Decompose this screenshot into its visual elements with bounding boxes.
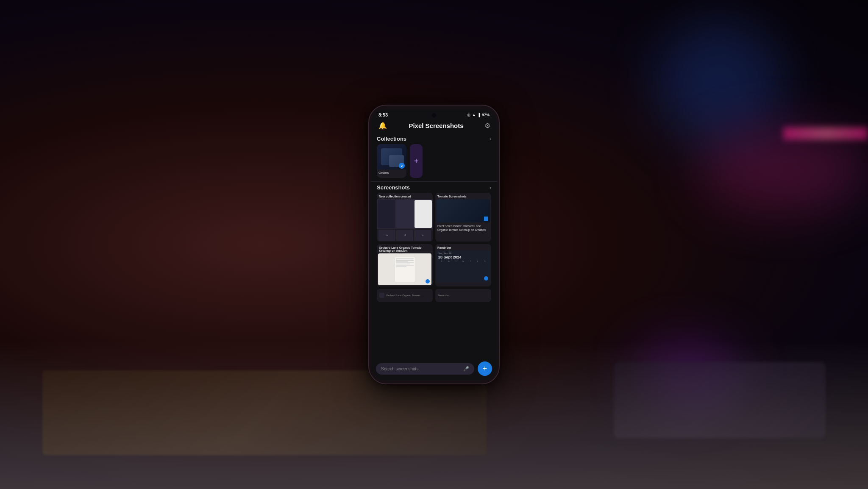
circle-icon: ◎ bbox=[467, 113, 470, 117]
reminder-date-small: Sat, Sep 28 bbox=[438, 252, 488, 255]
cal-t: T bbox=[453, 260, 459, 262]
doc-line-2 bbox=[396, 260, 414, 261]
key-for: for bbox=[378, 230, 395, 241]
card-header-reminder: Reminder bbox=[435, 244, 491, 250]
bg-decoration-pink bbox=[698, 127, 868, 212]
more-cards-row: Orchard Lane Organic Tomato... Reminder bbox=[371, 289, 497, 302]
mini-thumb-2 bbox=[396, 200, 413, 228]
volume-up-button bbox=[368, 167, 369, 186]
scroll-content[interactable]: Collections › 2 Orders bbox=[371, 133, 497, 380]
keyboard-mini: for of in bbox=[377, 229, 433, 242]
doc-line-3 bbox=[396, 261, 408, 262]
doc-line-7 bbox=[396, 266, 406, 267]
collections-row: 2 Orders + bbox=[371, 144, 497, 181]
nav-icon bbox=[379, 293, 384, 298]
card-header-new-collection: New collection created bbox=[377, 193, 433, 199]
screenshot-card-new-collection[interactable]: New collection created for of in bbox=[377, 193, 433, 242]
silent-button bbox=[368, 148, 369, 161]
phone: 8:53 ◎ ▲ ▐ 97% 🔔 Pixel Screenshots ⚙ bbox=[368, 105, 500, 384]
mini-calendar: S M T W T F S bbox=[438, 260, 488, 262]
signal-icon: ▐ bbox=[478, 113, 480, 117]
mini-thumb-3 bbox=[415, 200, 432, 228]
collections-section-header: Collections › bbox=[371, 133, 497, 144]
screenshots-arrow[interactable]: › bbox=[490, 185, 491, 191]
orders-badge: 2 bbox=[399, 163, 405, 169]
orders-label: Orders bbox=[377, 169, 406, 175]
status-icons: ◎ ▲ ▐ 97% bbox=[467, 113, 490, 117]
app-header: 🔔 Pixel Screenshots ⚙ bbox=[371, 119, 497, 133]
doc-line-5 bbox=[396, 264, 410, 264]
search-bar[interactable]: Search screenshots 🎤 bbox=[376, 363, 474, 375]
tomato-title: Pixel Screenshots: Orchard Lane Organic … bbox=[437, 224, 489, 232]
tomato-indicator bbox=[484, 217, 488, 221]
reminder-thumb: Sat, Sep 28 28 Sept 2024 S M T W T F S bbox=[437, 250, 490, 282]
cal-f: F bbox=[474, 260, 481, 262]
screenshot-card-reminder[interactable]: Reminder Sat, Sep 28 28 Sept 2024 S M T … bbox=[435, 244, 491, 286]
orchard-thumb bbox=[378, 253, 431, 285]
microphone-icon[interactable]: 🎤 bbox=[463, 366, 469, 372]
cal-t2: T bbox=[467, 260, 474, 262]
collections-title: Collections bbox=[377, 136, 406, 142]
phone-wrapper: 8:53 ◎ ▲ ▐ 97% 🔔 Pixel Screenshots ⚙ bbox=[368, 105, 500, 384]
settings-gear-icon[interactable]: ⚙ bbox=[484, 122, 490, 130]
phone-screen: 8:53 ◎ ▲ ▐ 97% 🔔 Pixel Screenshots ⚙ bbox=[371, 109, 497, 380]
cal-s2: S bbox=[481, 260, 488, 262]
key-in: in bbox=[414, 230, 431, 241]
screenshot-card-tomato[interactable]: Tomato Screenshots Pixel Screenshots: Or… bbox=[435, 193, 491, 242]
fab-plus-icon: + bbox=[483, 364, 487, 373]
reminder-label-bottom: Reminder bbox=[438, 294, 449, 297]
cal-w: W bbox=[460, 260, 467, 262]
doc-line-6 bbox=[396, 265, 414, 266]
notification-bell-icon[interactable]: 🔔 bbox=[378, 122, 388, 130]
orders-collection[interactable]: 2 Orders bbox=[377, 144, 406, 178]
key-of: of bbox=[396, 230, 413, 241]
orchard-label-bottom: Orchard Lane Organic Tomato... bbox=[386, 294, 423, 297]
search-placeholder: Search screenshots bbox=[381, 367, 418, 371]
add-plus-icon: + bbox=[414, 157, 419, 166]
screenshots-title: Screenshots bbox=[377, 184, 410, 191]
reminder-card-bottom: Reminder bbox=[435, 289, 491, 302]
new-collection-thumb-area bbox=[377, 199, 433, 229]
mini-thumb-1 bbox=[378, 200, 395, 228]
screenshots-section-header: Screenshots › bbox=[371, 182, 497, 193]
orders-thumb-inner bbox=[381, 148, 402, 165]
tomato-info: Pixel Screenshots: Orchard Lane Organic … bbox=[435, 222, 491, 233]
scene: 8:53 ◎ ▲ ▐ 97% 🔔 Pixel Screenshots ⚙ bbox=[0, 0, 868, 489]
cal-m: M bbox=[445, 260, 452, 262]
camera-notch bbox=[432, 113, 436, 117]
screenshot-card-orchard[interactable]: Orchard Lane Organic Tomato Ketchup on A… bbox=[377, 244, 433, 286]
screenshots-grid: New collection created for of in bbox=[371, 193, 497, 289]
add-collection-button[interactable]: + bbox=[410, 144, 423, 178]
card-header-orchard: Orchard Lane Organic Tomato Ketchup on A… bbox=[377, 244, 433, 253]
battery-level: 97% bbox=[482, 113, 490, 117]
document-preview bbox=[394, 257, 415, 282]
doc-line-1 bbox=[396, 258, 414, 259]
power-button bbox=[499, 165, 500, 190]
reminder-date-large: 28 Sept 2024 bbox=[438, 255, 488, 259]
orchard-indicator bbox=[426, 279, 430, 283]
fab-add-button[interactable]: + bbox=[478, 361, 492, 376]
tomato-thumb bbox=[437, 199, 490, 222]
doc-line-4 bbox=[396, 262, 414, 263]
wifi-icon: ▲ bbox=[472, 113, 476, 117]
nav-bar-mini: Orchard Lane Organic Tomato... bbox=[377, 289, 433, 302]
status-time: 8:53 bbox=[378, 112, 388, 117]
app-title: Pixel Screenshots bbox=[409, 122, 463, 129]
bottom-search-area: Search screenshots 🎤 + bbox=[371, 359, 497, 380]
volume-down-button bbox=[368, 190, 369, 209]
led-strip bbox=[783, 127, 868, 140]
card-header-tomato: Tomato Screenshots bbox=[435, 193, 491, 199]
reminder-indicator bbox=[484, 276, 488, 281]
cal-s: S bbox=[438, 260, 445, 262]
collections-arrow[interactable]: › bbox=[490, 136, 491, 142]
